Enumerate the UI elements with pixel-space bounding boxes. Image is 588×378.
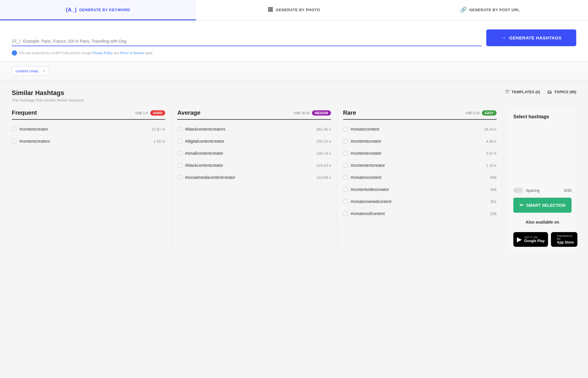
google-play-button[interactable]: ▶ GET IT ON Google Play	[513, 232, 548, 247]
templates-button[interactable]: ♡ TEMPLATES (0)	[505, 89, 540, 95]
tab-keyword[interactable]: (A_) GENERATE BY KEYWORD	[0, 0, 196, 20]
rare-hashtag-8: #creatorsofcontent 258	[343, 208, 497, 220]
recaptcha-logo	[12, 50, 17, 56]
average-hashtag-3: #smallcontentcreator 148.74 k	[177, 147, 331, 159]
hashtag-name: #smallcontentcreator	[185, 151, 313, 156]
hashtag-checkbox[interactable]	[343, 211, 348, 216]
recaptcha-text: This site protected by reCAPTCHA and the…	[19, 51, 153, 55]
frequent-meta: USE 1-4 HARD	[136, 110, 165, 116]
hashtag-name: #contentcreator	[19, 127, 148, 131]
photo-icon: 🖼	[268, 7, 273, 13]
frequent-hashtag-1: #contentcreator 12.87 m	[12, 123, 165, 135]
spacing-toggle[interactable]	[513, 188, 523, 193]
search-row: (A_) → GENERATE HASHTAGS	[12, 29, 576, 46]
average-hashtag-5: #socialmediacontentcreator 110.89 k	[177, 171, 331, 184]
section-header: Similar Hashtags The hashtags that conta…	[12, 89, 576, 102]
keyword-icon: (A_)	[66, 7, 77, 13]
topics-label: TOPICS (99)	[554, 90, 576, 94]
hard-badge: HARD	[150, 110, 166, 116]
rare-meta: USE 5-10 EASY	[465, 110, 497, 116]
tab-url[interactable]: 🔗 GENERATE BY POST URL	[392, 0, 588, 20]
hashtag-name: #creatorcontent	[351, 127, 481, 131]
selected-area	[513, 124, 572, 183]
hashtag-checkbox[interactable]	[177, 127, 182, 131]
select-panel-title: Select hashtags	[513, 114, 572, 119]
hashtag-checkbox[interactable]	[343, 127, 348, 131]
hashtag-count: 24.43 k	[484, 127, 497, 131]
tab-photo[interactable]: 🖼 GENERATE BY PHOTO	[196, 0, 392, 20]
folder-icon: 🗂	[547, 89, 552, 95]
hashtag-name: #contentscreator	[351, 139, 483, 144]
rare-hashtag-4: #contententcreator 1.15 k	[343, 159, 497, 171]
hashtag-count: 125.63 k	[316, 163, 331, 168]
search-keyword-icon: (A_)	[12, 39, 21, 44]
tab-keyword-label: GENERATE BY KEYWORD	[79, 8, 130, 12]
section-title: Similar Hashtags	[12, 89, 84, 97]
hashtag-count: 696	[490, 175, 497, 180]
hashtag-name: #creatorscontent	[351, 175, 487, 180]
privacy-policy-link[interactable]: Privacy Policy	[93, 51, 113, 55]
hashtag-name: #contentcreators	[19, 139, 151, 144]
also-available-label: Also available on	[513, 220, 572, 224]
columns-wrap: Frequent USE 1-4 HARD #contentcreator 12…	[12, 109, 576, 252]
hashtag-checkbox[interactable]	[343, 163, 348, 168]
google-play-big: Google Play	[524, 239, 544, 243]
spacing-count: 0/30	[564, 188, 572, 193]
rare-hashtag-5: #creatorscontent 696	[343, 171, 497, 184]
hashtag-name: #contententcreator	[351, 163, 483, 168]
close-tag-icon[interactable]: ×	[43, 69, 45, 73]
frequent-column: Frequent USE 1-4 HARD #contentcreator 12…	[12, 109, 171, 252]
rare-hashtag-1: #creatorcontent 24.43 k	[343, 123, 497, 135]
rare-hashtag-2: #contentscreator 4.66 k	[343, 135, 497, 147]
select-panel: Select hashtags Spacing 0/30 ✂ SMART SEL…	[509, 109, 576, 252]
rare-use-label: USE 5-10	[465, 111, 480, 115]
hashtag-checkbox[interactable]	[343, 199, 348, 204]
hashtag-checkbox[interactable]	[177, 163, 182, 168]
hashtag-count: 1.15 k	[486, 163, 497, 168]
smart-btn-label: SMART SELECTION	[526, 203, 566, 208]
hashtag-checkbox[interactable]	[177, 139, 182, 144]
hashtag-checkbox[interactable]	[343, 151, 348, 156]
hashtag-checkbox[interactable]	[177, 175, 182, 180]
app-store-text: Download on the App Store	[557, 234, 574, 244]
easy-badge: EASY	[482, 110, 497, 116]
generate-hashtags-button[interactable]: → GENERATE HASHTAGS	[486, 29, 576, 46]
hashtag-checkbox[interactable]	[343, 187, 348, 192]
frequent-use-label: USE 1-4	[136, 111, 148, 115]
rare-col-header: Rare USE 5-10 EASY	[343, 109, 497, 120]
hashtag-count: 4.66 k	[486, 139, 497, 144]
hashtag-checkbox[interactable]	[12, 127, 16, 131]
app-store-big: App Store	[557, 240, 574, 244]
smart-selection-button[interactable]: ✂ SMART SELECTION	[513, 198, 572, 213]
hashtag-checkbox[interactable]	[343, 175, 348, 180]
app-store-small: Download on the	[557, 234, 574, 240]
topics-button[interactable]: 🗂 TOPICS (99)	[547, 89, 576, 95]
hashtag-name: #contentecreator	[351, 151, 483, 156]
terms-link[interactable]: Terms of Service	[120, 51, 144, 55]
rare-column: Rare USE 5-10 EASY #creatorcontent 24.43…	[343, 109, 503, 252]
hashtag-checkbox[interactable]	[343, 139, 348, 144]
hashtag-checkbox[interactable]	[12, 139, 16, 144]
google-play-icon: ▶	[517, 236, 522, 243]
active-tag-chip[interactable]: content creat... ×	[12, 66, 49, 75]
hashtag-count: 12.87 m	[151, 127, 165, 131]
hashtag-count: 2.67 k	[486, 151, 497, 156]
arrow-icon: →	[501, 35, 507, 41]
frequent-hashtag-2: #contentcreators 1.55 m	[12, 135, 165, 147]
hashtag-checkbox[interactable]	[177, 151, 182, 156]
hashtag-count: 282.46 k	[316, 127, 331, 131]
rare-hashtag-3: #contentecreator 2.67 k	[343, 147, 497, 159]
main-content: Similar Hashtags The hashtags that conta…	[0, 80, 588, 260]
frequent-col-header: Frequent USE 1-4 HARD	[12, 109, 165, 120]
recaptcha-note: This site protected by reCAPTCHA and the…	[12, 50, 576, 56]
tab-url-label: GENERATE BY POST URL	[469, 8, 520, 12]
search-input[interactable]	[23, 39, 481, 44]
templates-label: TEMPLATES (0)	[512, 90, 540, 94]
hashtag-name: #creatorsofcontent	[351, 211, 487, 216]
hashtag-count: 156.22 k	[316, 139, 331, 144]
frequent-title: Frequent	[12, 109, 37, 116]
hashtag-count: 1.55 m	[154, 139, 166, 144]
tab-photo-label: GENERATE BY PHOTO	[276, 8, 320, 12]
average-hashtag-2: #digitalcontentcreator 156.22 k	[177, 135, 331, 147]
app-store-button[interactable]: Download on the App Store	[551, 232, 577, 247]
